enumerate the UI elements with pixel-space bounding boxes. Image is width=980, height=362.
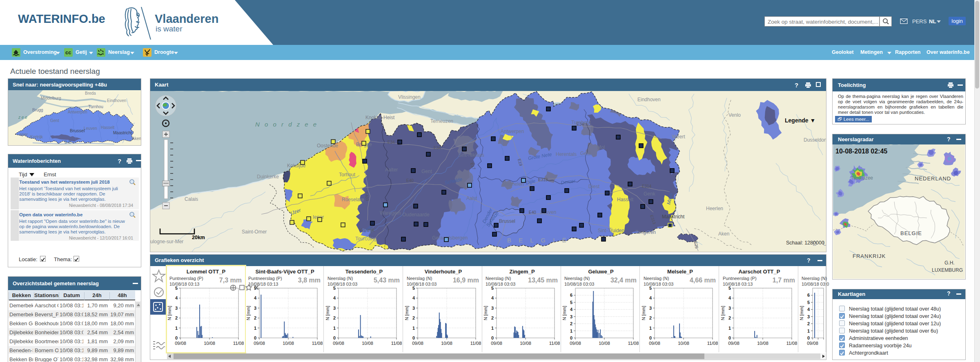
svg-text:3: 3 xyxy=(570,314,572,319)
svg-text:Mechelen: Mechelen xyxy=(503,181,524,187)
svg-text:N [mm]: N [mm] xyxy=(167,306,172,320)
svg-text:10/08: 10/08 xyxy=(362,341,373,346)
svg-text:09/08: 09/08 xyxy=(491,341,502,346)
svg-text:4: 4 xyxy=(570,307,573,312)
svg-text:Brussel: Brussel xyxy=(70,128,85,133)
svg-text:N [mm]: N [mm] xyxy=(720,306,725,320)
svg-text:E40: E40 xyxy=(406,178,414,183)
svg-text:1: 1 xyxy=(254,326,256,331)
svg-text:Noordzee: Noordzee xyxy=(852,175,873,181)
svg-text:09/08: 09/08 xyxy=(175,341,186,346)
svg-text:09/08: 09/08 xyxy=(649,341,660,346)
svg-text:1: 1 xyxy=(570,329,572,333)
svg-text:5: 5 xyxy=(728,286,731,291)
svg-text:09/08: 09/08 xyxy=(254,341,265,346)
svg-text:11/08: 11/08 xyxy=(628,341,639,346)
svg-text:5: 5 xyxy=(175,286,178,291)
svg-text:4: 4 xyxy=(728,295,731,300)
svg-text:Sint-Truiden: Sint-Truiden xyxy=(598,228,624,233)
svg-text:Saint-Omer: Saint-Omer xyxy=(242,229,267,235)
svg-text:1: 1 xyxy=(728,326,731,331)
svg-text:Calais: Calais xyxy=(185,196,198,202)
svg-text:Aken: Aken xyxy=(718,231,729,237)
svg-text:B E: B E xyxy=(65,140,71,144)
svg-text:N o o r d z e e: N o o r d z e e xyxy=(255,121,318,128)
svg-text:Oudenaarde: Oudenaarde xyxy=(402,212,430,218)
svg-text:Schaal: 1280000: Schaal: 1280000 xyxy=(786,240,824,246)
svg-text:Roeselare: Roeselare xyxy=(342,197,364,202)
svg-text:Aken: Aken xyxy=(132,136,141,141)
svg-text:1: 1 xyxy=(807,329,810,333)
svg-text:10/08: 10/08 xyxy=(441,341,452,346)
svg-text:Terneuzen: Terneuzen xyxy=(430,118,453,124)
svg-text:Geel: Geel xyxy=(580,151,590,156)
svg-text:1: 1 xyxy=(491,326,494,331)
svg-text:Torhout: Torhout xyxy=(339,172,356,178)
svg-text:Duinkerke: Duinkerke xyxy=(257,174,279,180)
svg-text:11/08: 11/08 xyxy=(549,341,560,346)
svg-text:4: 4 xyxy=(254,295,257,300)
svg-text:Aalter: Aalter xyxy=(385,167,398,173)
svg-text:0: 0 xyxy=(807,335,810,340)
svg-text:3: 3 xyxy=(491,306,494,311)
svg-text:Weert: Weert xyxy=(672,134,685,140)
svg-text:1: 1 xyxy=(175,326,178,331)
svg-text:Genk: Genk xyxy=(644,191,656,197)
svg-text:5: 5 xyxy=(412,286,415,291)
svg-text:Geraardsbergen: Geraardsbergen xyxy=(432,235,468,241)
svg-text:Hasselt: Hasselt xyxy=(101,125,115,130)
svg-text:2: 2 xyxy=(649,315,652,320)
svg-text:10/08: 10/08 xyxy=(520,341,531,346)
svg-text:11/08: 11/08 xyxy=(233,341,244,346)
svg-text:3: 3 xyxy=(254,306,256,311)
svg-text:4: 4 xyxy=(175,295,178,300)
svg-text:2: 2 xyxy=(175,315,178,320)
svg-text:3: 3 xyxy=(728,306,731,311)
svg-text:0: 0 xyxy=(649,335,652,340)
svg-text:Kortrijk: Kortrijk xyxy=(30,135,43,139)
svg-text:Sint-Niklaas: Sint-Niklaas xyxy=(458,152,484,158)
svg-text:6: 6 xyxy=(570,293,572,298)
svg-text:FRANKRIJK: FRANKRIJK xyxy=(853,253,886,259)
svg-text:0: 0 xyxy=(175,335,178,340)
svg-text:Eindhoven: Eindhoven xyxy=(107,98,126,103)
svg-text:09/08: 09/08 xyxy=(570,341,581,346)
svg-text:10/08: 10/08 xyxy=(757,341,768,346)
svg-text:3: 3 xyxy=(412,306,415,311)
svg-text:Breda: Breda xyxy=(85,91,96,95)
svg-text:Turnhou: Turnhou xyxy=(88,104,103,109)
svg-text:1: 1 xyxy=(333,326,336,331)
svg-text:2: 2 xyxy=(412,315,415,320)
svg-text:4: 4 xyxy=(333,295,336,300)
svg-text:G.H.: G.H. xyxy=(944,260,955,266)
svg-text:Legende ▼: Legende ▼ xyxy=(785,117,815,124)
svg-text:3: 3 xyxy=(807,314,810,319)
svg-text:Middelburg: Middelburg xyxy=(41,96,61,100)
svg-text:11/08: 11/08 xyxy=(312,341,323,346)
svg-text:N [mm]: N [mm] xyxy=(246,306,251,320)
svg-text:Aalst: Aalst xyxy=(466,195,477,201)
svg-text:E34: E34 xyxy=(434,146,441,150)
svg-text:09/08: 09/08 xyxy=(807,341,818,346)
svg-text:0: 0 xyxy=(728,335,731,340)
svg-text:3: 3 xyxy=(649,306,652,311)
svg-text:Dusseldorf: Dusseldorf xyxy=(804,137,826,143)
svg-text:11/08: 11/08 xyxy=(707,341,718,346)
svg-text:0: 0 xyxy=(333,335,336,340)
svg-text:eper: eper xyxy=(20,132,28,137)
svg-text:N [mm]: N [mm] xyxy=(325,306,330,320)
svg-text:10-08-2018 02:45: 10-08-2018 02:45 xyxy=(835,148,887,155)
svg-text:2: 2 xyxy=(491,315,494,320)
svg-text:Diest: Diest xyxy=(588,184,600,189)
svg-text:10/08: 10/08 xyxy=(283,341,294,346)
svg-text:Leuven: Leuven xyxy=(84,126,97,131)
svg-text:11/08: 11/08 xyxy=(470,341,481,346)
svg-text:LUXEMBURG: LUXEMBURG xyxy=(932,267,963,273)
svg-text:3: 3 xyxy=(175,306,178,311)
svg-text:Waregem: Waregem xyxy=(380,210,401,216)
svg-text:Brugg: Brugg xyxy=(32,108,43,112)
svg-text:0: 0 xyxy=(570,335,572,340)
svg-text:09/08: 09/08 xyxy=(412,341,423,346)
svg-text:5: 5 xyxy=(491,286,494,291)
svg-text:10/08: 10/08 xyxy=(599,341,610,346)
